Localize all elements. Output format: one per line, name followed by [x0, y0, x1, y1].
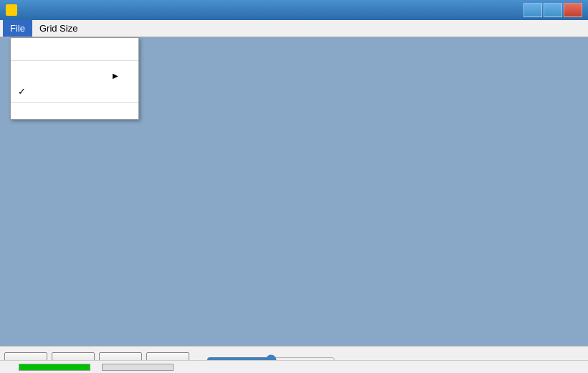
title-controls: [523, 3, 582, 17]
maximize-button[interactable]: [544, 3, 562, 17]
separator-2: [11, 102, 138, 103]
menu-load[interactable]: [11, 47, 138, 52]
dropdown-menu: ▶ ✓: [10, 37, 139, 120]
menu-fullscreen[interactable]: [11, 105, 138, 110]
separator-1: [11, 60, 138, 61]
menu-exit[interactable]: [11, 110, 138, 116]
close-button[interactable]: [564, 3, 582, 17]
menu-game-type[interactable]: ▶: [11, 69, 138, 82]
menu-stats[interactable]: [11, 63, 138, 69]
alive-bar-container: [19, 364, 90, 371]
menu-new-random[interactable]: [11, 41, 138, 47]
dead-bar-container: [102, 364, 174, 371]
app-icon: [6, 4, 17, 16]
menu-randomise[interactable]: [11, 82, 138, 88]
title-bar: [0, 0, 588, 20]
submenu-arrow-icon: ▶: [113, 72, 118, 80]
menu-item-file[interactable]: File: [3, 20, 32, 37]
main-area: ▶ ✓: [0, 37, 588, 346]
menu-show-grid[interactable]: ✓: [11, 88, 138, 94]
alive-bar: [19, 364, 90, 370]
menu-save[interactable]: [11, 52, 138, 58]
menu-bar: File Grid Size: [0, 20, 588, 37]
menu-item-gridsize[interactable]: Grid Size: [32, 20, 85, 37]
menu-wrap-grid[interactable]: [11, 94, 138, 100]
info-bar: [0, 360, 588, 373]
minimize-button[interactable]: [523, 3, 542, 17]
